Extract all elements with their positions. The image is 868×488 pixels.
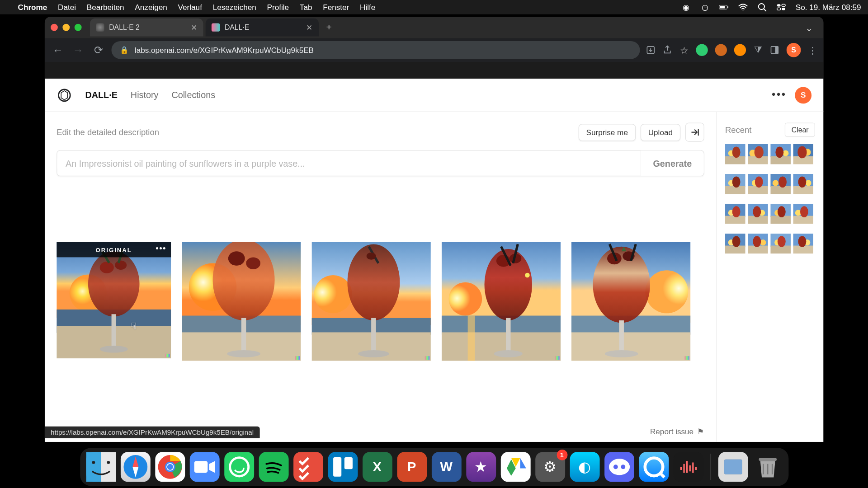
recent-thumbnail[interactable] <box>725 174 745 194</box>
app-more-icon[interactable]: ••• <box>772 89 787 101</box>
search-icon[interactable] <box>757 2 767 12</box>
recent-thumbnail[interactable] <box>725 204 745 224</box>
recent-thumbnail[interactable] <box>770 234 791 254</box>
generate-button[interactable]: Generate <box>641 150 704 175</box>
dock-trash-icon[interactable] <box>753 452 783 482</box>
recent-thumbnail[interactable] <box>793 174 813 194</box>
menubar-item-history[interactable]: Verlauf <box>178 3 202 12</box>
tile-more-icon[interactable]: ••• <box>156 244 166 253</box>
dock-todoist-icon[interactable] <box>293 452 323 482</box>
generation-tile[interactable] <box>571 242 691 361</box>
app-user-avatar[interactable]: S <box>795 87 811 103</box>
recent-thumbnail[interactable] <box>793 234 813 254</box>
recent-thumbnail[interactable] <box>793 204 813 224</box>
generation-tile-original[interactable]: ORIGINAL ••• <box>57 242 171 358</box>
recent-thumbnail[interactable] <box>725 144 745 164</box>
menubar-item-window[interactable]: Fenster <box>323 3 349 12</box>
dock-discord-icon[interactable] <box>604 452 634 482</box>
tab-dalle[interactable]: DALL·E ✕ <box>206 19 319 37</box>
lock-icon: 🔒 <box>120 46 129 54</box>
extension-icon[interactable] <box>734 44 746 56</box>
dock-whatsapp-icon[interactable] <box>224 452 254 482</box>
nav-brand[interactable]: DALL·E <box>85 90 117 100</box>
collapse-right-icon[interactable] <box>685 123 704 142</box>
menubar-item-file[interactable]: Datei <box>58 3 76 12</box>
dock-finder-icon[interactable] <box>86 452 116 482</box>
menubar-item-tab[interactable]: Tab <box>300 3 312 12</box>
dock-imovie-icon[interactable]: ★ <box>466 452 496 482</box>
dock-chrome-icon[interactable] <box>155 452 185 482</box>
dock-app-icon[interactable]: ◐ <box>570 452 599 482</box>
recent-thumbnail[interactable] <box>770 144 791 164</box>
install-app-icon[interactable] <box>646 45 656 55</box>
new-tab-button[interactable]: + <box>321 19 336 35</box>
window-minimize-icon[interactable] <box>62 24 70 31</box>
dock-downloads-icon[interactable] <box>718 452 748 482</box>
upload-button[interactable]: Upload <box>641 123 681 141</box>
prompt-input-row: Generate <box>57 150 704 176</box>
clear-button[interactable]: Clear <box>785 123 815 137</box>
record-icon[interactable]: ◉ <box>681 2 691 12</box>
dock-quicktime-icon[interactable] <box>639 452 669 482</box>
recent-thumbnail[interactable] <box>748 144 768 164</box>
address-bar[interactable]: 🔒 labs.openai.com/e/XGIPrKwAM9KrpuWCbUg9… <box>111 41 640 59</box>
recent-thumbnail[interactable] <box>793 144 813 164</box>
battery-icon[interactable] <box>719 2 729 12</box>
dock-excel-icon[interactable]: X <box>362 452 392 482</box>
tab-dalle2[interactable]: DALL·E 2 ✕ <box>90 19 203 37</box>
menubar-clock[interactable]: So. 19. März 08:59 <box>796 3 861 12</box>
recent-thumbnail[interactable] <box>748 204 768 224</box>
dock-word-icon[interactable]: W <box>431 452 461 482</box>
control-center-icon[interactable] <box>777 2 786 12</box>
dock-powerpoint-icon[interactable]: P <box>397 452 427 482</box>
recent-thumbnail[interactable] <box>725 234 745 254</box>
dock-trello-icon[interactable] <box>328 452 358 482</box>
recent-thumbnail[interactable] <box>770 204 791 224</box>
svg-point-81 <box>755 176 763 188</box>
sidepanel-icon[interactable] <box>770 45 779 55</box>
nav-back-icon[interactable]: ← <box>51 44 65 56</box>
menubar-app-name[interactable]: Chrome <box>18 3 47 12</box>
extensions-puzzle-icon[interactable]: ⧩ <box>753 45 763 55</box>
dock-spotify-icon[interactable] <box>259 452 288 482</box>
recent-thumbnail[interactable] <box>748 234 768 254</box>
menubar-item-bookmarks[interactable]: Lesezeichen <box>213 3 256 12</box>
recent-thumbnail[interactable] <box>748 174 768 194</box>
bookmark-star-icon[interactable]: ☆ <box>679 45 689 55</box>
tab-close-icon[interactable]: ✕ <box>306 23 312 32</box>
share-icon[interactable] <box>663 45 672 55</box>
window-traffic-lights[interactable] <box>51 24 82 31</box>
dock-settings-icon[interactable]: ⚙1 <box>535 452 565 482</box>
nav-forward-icon[interactable]: → <box>71 44 85 56</box>
menubar-item-help[interactable]: Hilfe <box>360 3 375 12</box>
wifi-icon[interactable] <box>738 2 748 12</box>
tablist-dropdown-icon[interactable]: ⌄ <box>805 22 818 33</box>
window-close-icon[interactable] <box>51 24 58 31</box>
dock-zoom-icon[interactable] <box>189 452 219 482</box>
nav-history[interactable]: History <box>131 90 159 100</box>
window-maximize-icon[interactable] <box>75 24 82 31</box>
dock-audio-icon[interactable] <box>673 452 703 482</box>
nav-collections[interactable]: Collections <box>171 90 215 100</box>
tab-close-icon[interactable]: ✕ <box>191 23 197 32</box>
chrome-menu-icon[interactable]: ⋮ <box>808 45 817 55</box>
clock-icon[interactable]: ◷ <box>700 2 710 12</box>
report-issue-link[interactable]: Report issue ⚑ <box>650 427 704 436</box>
generation-tile[interactable] <box>182 242 301 361</box>
menubar-item-view[interactable]: Anzeigen <box>135 3 167 12</box>
recent-thumbnail[interactable] <box>770 174 791 194</box>
menubar-item-edit[interactable]: Bearbeiten <box>87 3 124 12</box>
generation-tile[interactable] <box>442 242 561 361</box>
extension-icon[interactable] <box>715 44 727 56</box>
prompt-input[interactable] <box>57 158 641 168</box>
menubar-item-profile[interactable]: Profile <box>267 3 289 12</box>
svg-rect-123 <box>101 452 116 482</box>
generation-tile[interactable] <box>311 242 431 361</box>
nav-reload-icon[interactable]: ⟳ <box>91 43 106 56</box>
openai-logo-icon[interactable] <box>57 87 72 103</box>
chrome-profile-avatar[interactable]: S <box>787 43 801 57</box>
surprise-me-button[interactable]: Surprise me <box>578 123 636 141</box>
dock-drive-icon[interactable] <box>500 452 530 482</box>
extension-icon[interactable] <box>696 44 708 56</box>
dock-safari-icon[interactable] <box>120 452 150 482</box>
